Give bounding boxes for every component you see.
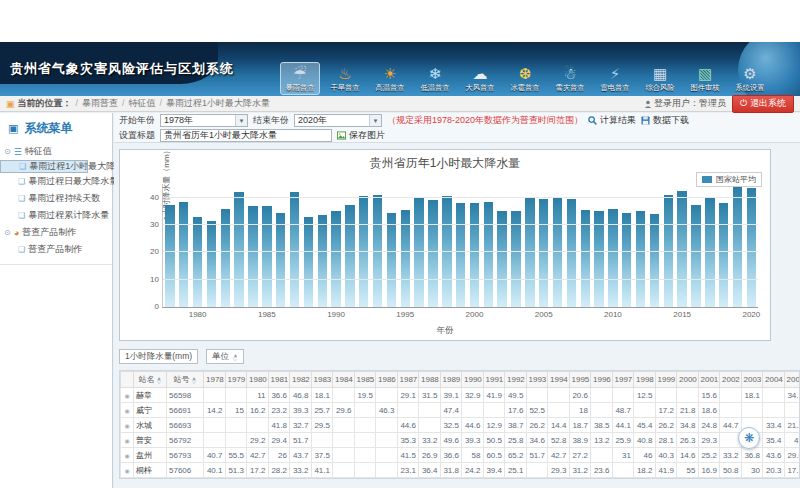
start-year-select[interactable]: 1978年 ▾ — [160, 114, 248, 127]
expander-icon[interactable]: ⊙ — [4, 147, 11, 156]
column-header-year[interactable]: 2001 — [698, 372, 720, 388]
calculate-button[interactable]: 计算结果 — [588, 114, 636, 127]
row-expander-icon[interactable]: ◉ — [121, 388, 134, 403]
nav-item-冰雹普查[interactable]: ❆冰雹普查 — [505, 62, 545, 95]
row-expander-icon[interactable]: ◉ — [121, 433, 134, 448]
nav-item-低温普查[interactable]: ❄低温普查 — [415, 62, 455, 95]
column-header-year[interactable]: 1997 — [612, 372, 634, 388]
sidebar-group-特征值[interactable]: ⊙☰特征值 — [0, 143, 112, 160]
nav-item-大风普查[interactable]: ☁大风普查 — [460, 62, 500, 95]
row-expander-icon[interactable]: ◉ — [121, 448, 134, 463]
column-header-year[interactable]: 1995 — [569, 372, 591, 388]
bar-1984[interactable] — [248, 206, 257, 307]
bar-1999[interactable] — [456, 203, 465, 307]
bar-1994[interactable] — [387, 213, 396, 307]
bar-2002[interactable] — [497, 211, 506, 307]
column-header-year[interactable]: 1978 — [204, 372, 226, 388]
sort-desc-icon[interactable]: ▽ — [192, 380, 197, 384]
table-row[interactable]: ◉水城5669341.832.729.544.632.544.612.938.7… — [121, 418, 800, 433]
column-header-year[interactable]: 1983 — [311, 372, 333, 388]
bar-1990[interactable] — [331, 211, 340, 307]
bar-1981[interactable] — [207, 221, 216, 307]
column-header-year[interactable]: 1988 — [419, 372, 441, 388]
bar-2007[interactable] — [567, 199, 576, 307]
breadcrumb-item[interactable]: 暴雨普查 — [82, 98, 118, 108]
column-header-year[interactable]: 1987 — [397, 372, 419, 388]
table-row[interactable]: ◉威宁5669114.21516.223.239.325.729.646.347… — [121, 403, 800, 418]
sidebar-item[interactable]: ❏暴雨过程累计降水量 — [0, 207, 112, 224]
bar-2016[interactable] — [691, 205, 700, 308]
column-header-year[interactable]: 1990 — [462, 372, 484, 388]
bar-2020[interactable] — [747, 188, 756, 307]
bar-2013[interactable] — [650, 214, 659, 307]
table-row[interactable]: ◉赫章565981136.646.818.119.529.131.539.132… — [121, 388, 800, 403]
logout-button[interactable]: ⏻ 退出系统 — [732, 95, 794, 113]
save-image-button[interactable]: 保存图片 — [337, 129, 385, 142]
column-header-year[interactable]: 2003 — [741, 372, 763, 388]
column-header-year[interactable]: 1985 — [354, 372, 376, 388]
bar-1989[interactable] — [318, 215, 327, 307]
bar-2015[interactable] — [677, 191, 686, 307]
nav-item-系统设置[interactable]: ⚙系统设置 — [730, 62, 770, 95]
column-header-year[interactable]: 1998 — [634, 372, 656, 388]
nav-item-干旱普查[interactable]: ♨干旱普查 — [325, 62, 365, 95]
end-year-select[interactable]: 2020年 ▾ — [294, 114, 382, 127]
column-header-id[interactable]: 站号▲▽ — [167, 372, 204, 388]
row-expander-icon[interactable]: ◉ — [121, 403, 134, 418]
bar-2001[interactable] — [484, 202, 493, 307]
data-table-wrapper[interactable]: 站名▲▽站号▲▽19781979198019811982198319841985… — [119, 370, 800, 479]
column-header-year[interactable]: 1994 — [548, 372, 570, 388]
download-button[interactable]: 数据下载 — [641, 114, 689, 127]
sort-arrows-icon[interactable]: ▲▽ — [157, 376, 162, 384]
bar-2019[interactable] — [733, 187, 742, 307]
column-header-station[interactable]: 站名▲▽ — [134, 372, 167, 388]
sidebar-item[interactable]: ❏暴雨过程持续天数 — [0, 190, 112, 207]
column-header-year[interactable]: 1980 — [247, 372, 269, 388]
bar-2018[interactable] — [719, 203, 728, 307]
sort-desc-icon[interactable]: ▽ — [157, 380, 162, 384]
bar-2009[interactable] — [594, 211, 603, 307]
column-header-year[interactable]: 1993 — [526, 372, 548, 388]
chart-title-input[interactable] — [160, 129, 332, 142]
column-header-year[interactable]: 2002 — [720, 372, 742, 388]
bar-1979[interactable] — [179, 202, 188, 307]
column-header-year[interactable]: 2000 — [677, 372, 699, 388]
bar-1980[interactable] — [193, 217, 202, 307]
bar-1987[interactable] — [290, 192, 299, 307]
column-header-year[interactable]: 1984 — [333, 372, 355, 388]
value-type-filter[interactable]: 1小时降水量(mm) — [119, 349, 198, 364]
column-header-year[interactable]: 1991 — [483, 372, 505, 388]
bar-1991[interactable] — [345, 205, 354, 308]
column-header-year[interactable]: 2004 — [763, 372, 785, 388]
bar-2003[interactable] — [511, 211, 520, 307]
column-header-year[interactable]: 1982 — [290, 372, 312, 388]
bar-2005[interactable] — [539, 199, 548, 307]
column-header-year[interactable]: 1992 — [505, 372, 527, 388]
column-header-year[interactable]: 1986 — [376, 372, 398, 388]
sidebar-item[interactable]: ❏暴雨过程1小时最大降水量 — [0, 160, 88, 173]
bar-1988[interactable] — [304, 217, 313, 307]
row-expander-icon[interactable]: ◉ — [121, 418, 134, 433]
bar-2011[interactable] — [622, 213, 631, 307]
bar-1986[interactable] — [276, 213, 285, 307]
table-row[interactable]: ◉桐梓5760640.151.317.228.233.241.123.136.4… — [121, 463, 800, 478]
column-header-year[interactable]: 1981 — [268, 372, 290, 388]
bar-2000[interactable] — [470, 203, 479, 307]
column-header-year[interactable]: 2005 — [784, 372, 800, 388]
sidebar-group-普查产品制作[interactable]: ⊙◕普查产品制作 — [0, 224, 112, 241]
nav-item-暴雨普查[interactable]: ☔暴雨普查 — [280, 62, 320, 95]
unit-filter[interactable]: 单位 ▲▽ — [206, 349, 244, 364]
nav-item-雷电普查[interactable]: ⚡雷电普查 — [595, 62, 635, 95]
table-row[interactable]: ◉普安5679229.229.451.735.333.249.639.350.5… — [121, 433, 800, 448]
bar-2012[interactable] — [636, 211, 645, 307]
bar-1985[interactable] — [262, 206, 271, 307]
bar-1983[interactable] — [234, 192, 243, 307]
floating-widget-icon[interactable]: ❋ — [738, 427, 760, 449]
column-header-year[interactable]: 1999 — [655, 372, 677, 388]
sidebar-item[interactable]: ❏普查产品制作 — [0, 241, 112, 258]
nav-item-图件审核[interactable]: ▧图件审核 — [685, 62, 725, 95]
sidebar-item[interactable]: ❏暴雨过程日最大降水量 — [0, 173, 112, 190]
bar-1997[interactable] — [428, 200, 437, 307]
sort-arrows-icon[interactable]: ▲▽ — [192, 376, 197, 384]
breadcrumb-item[interactable]: 暴雨过程1小时最大降水量 — [166, 98, 270, 108]
